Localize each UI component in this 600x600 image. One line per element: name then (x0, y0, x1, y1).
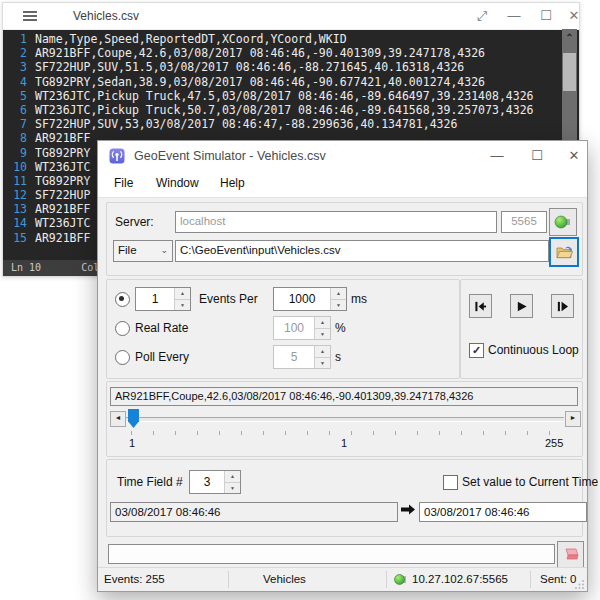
line-text: SF722HUP,SUV,53,03/08/2017 08:46:47,-88.… (35, 117, 457, 131)
real-rate-radio[interactable] (115, 321, 130, 336)
slider-min-label: 1 (129, 437, 135, 449)
scrollbar-thumb[interactable] (563, 53, 576, 91)
skip-start-button[interactable] (469, 294, 492, 318)
line-number: 12 (3, 188, 35, 202)
spinner-down-icon: ▼ (315, 329, 330, 340)
interval-spinner[interactable]: 1000 ▲▼ (273, 287, 347, 311)
server-port-input[interactable]: 5565 (501, 211, 547, 233)
editor-line: 5WT236JTC,Pickup Truck,47.5,03/08/2017 0… (3, 89, 579, 103)
simulator-statusbar: Events: 255 Vehicles 10.27.102.67:5565 S… (98, 567, 587, 591)
file-path-input[interactable]: C:\GeoEvent\input\Vehicles.csv (175, 240, 549, 262)
connect-button[interactable] (549, 208, 577, 236)
close-icon[interactable]: ✕ (561, 7, 587, 25)
desktop: Vehicles.csv ⤢ — ☐ ✕ 1Name,Type,Speed,Re… (0, 0, 600, 600)
spinner-down-icon[interactable]: ▼ (175, 300, 190, 311)
set-current-time-label: Set value to Current Time (462, 475, 598, 489)
spinner-up-icon[interactable]: ▲ (175, 288, 190, 300)
editor-line: 6WT236JTC,Pickup Truck,50.7,03/08/2017 0… (3, 103, 579, 117)
time-field-spinner[interactable]: 3 ▲▼ (189, 470, 241, 494)
progress-bar (108, 544, 555, 564)
line-number: 9 (3, 146, 35, 160)
line-text: TG892PRY (35, 146, 90, 160)
slider-ticks (131, 431, 563, 435)
server-host-input[interactable]: localhost (175, 211, 497, 233)
play-button[interactable] (510, 294, 533, 318)
editor-line: 4TG892PRY,Sedan,38.9,03/08/2017 08:46:46… (3, 75, 579, 89)
time-to-input[interactable]: 03/08/2017 08:46:46 (419, 502, 587, 522)
line-text: TG892PRY,Sedan,38.9,03/08/2017 08:46:46,… (35, 75, 485, 89)
playback-group: ✓ Continuous Loop (460, 279, 583, 379)
line-text: SF722HUP,SUV,51.5,03/08/2017 08:46:46,-8… (35, 60, 464, 74)
line-text: SF722HUP (35, 188, 90, 202)
menu-help[interactable]: Help (220, 176, 245, 190)
real-rate-spinner: 100 ▲▼ (273, 316, 331, 340)
menu-file[interactable]: File (114, 176, 133, 190)
editor-titlebar[interactable]: Vehicles.csv ⤢ — ☐ ✕ (3, 3, 579, 30)
line-number: 11 (3, 174, 35, 188)
expand-icon[interactable]: ⤢ (469, 7, 495, 25)
simulator-title: GeoEvent Simulator - Vehicles.csv (134, 149, 326, 163)
slider-right-arrow-icon[interactable]: ► (565, 411, 581, 427)
slider-thumb[interactable] (128, 409, 139, 428)
time-from-input[interactable]: 03/08/2017 08:46:46 (110, 502, 398, 522)
menu-window[interactable]: Window (156, 176, 199, 190)
line-number: 8 (3, 131, 35, 145)
spinner-down-icon: ▼ (315, 358, 330, 369)
spinner-up-icon: ▲ (315, 346, 330, 358)
slider-left-arrow-icon[interactable]: ◄ (110, 411, 126, 427)
spinner-down-icon[interactable]: ▼ (331, 300, 346, 311)
line-number: 7 (3, 117, 35, 131)
editor-line: 1Name,Type,Speed,ReportedDT,XCoord,YCoor… (3, 32, 579, 46)
spinner-up-icon: ▲ (315, 317, 330, 329)
line-text: AR921BFF (35, 231, 90, 245)
eraser-icon (562, 548, 579, 561)
maximize-icon[interactable]: ☐ (523, 147, 551, 165)
spinner-up-icon[interactable]: ▲ (225, 471, 240, 483)
scrollbar-up-icon[interactable]: ⌃ (562, 31, 577, 45)
spinner-up-icon[interactable]: ▲ (331, 288, 346, 300)
time-group: Time Field # 3 ▲▼ Set value to Current T… (106, 459, 583, 537)
server-address: 10.27.102.67:5565 (412, 573, 508, 585)
resize-grip-icon[interactable] (575, 579, 585, 589)
spinner-down-icon[interactable]: ▼ (225, 483, 240, 494)
connect-icon (554, 214, 572, 230)
server-group: Server: localhost 5565 File ⌄ C:\GeoEven… (106, 202, 583, 276)
connection-status-icon (394, 573, 408, 586)
minimize-icon[interactable]: — (501, 7, 527, 25)
simulator-titlebar[interactable]: GeoEvent Simulator - Vehicles.csv — ☐ ✕ (98, 141, 587, 171)
minimize-icon[interactable]: — (483, 147, 511, 165)
line-number: 1 (3, 32, 35, 46)
line-text: TG892PRY (35, 174, 90, 188)
server-label: Server: (115, 215, 154, 229)
line-number: 5 (3, 89, 35, 103)
poll-every-radio[interactable] (115, 350, 130, 365)
poll-every-spinner: 5 ▲▼ (273, 345, 331, 369)
source-type-select[interactable]: File ⌄ (113, 240, 173, 262)
line-text: WT236JTC,Pickup Truck,47.5,03/08/2017 08… (35, 89, 534, 103)
skip-start-icon (474, 300, 487, 313)
events-per-label: Events Per (199, 292, 258, 306)
continuous-loop-checkbox[interactable]: ✓ (469, 343, 484, 358)
maximize-icon[interactable]: ☐ (533, 7, 559, 25)
events-count-spinner[interactable]: 1 ▲▼ (135, 287, 191, 311)
clear-button[interactable] (557, 541, 584, 568)
simulator-window: GeoEvent Simulator - Vehicles.csv — ☐ ✕ … (97, 140, 588, 592)
step-button[interactable] (551, 294, 574, 318)
close-icon[interactable]: ✕ (560, 147, 588, 165)
line-number: 14 (3, 216, 35, 230)
browse-button[interactable] (549, 237, 579, 267)
rate-group: 1 ▲▼ Events Per 1000 ▲▼ ms Real Rate 100… (106, 279, 460, 379)
slider-track[interactable] (126, 417, 564, 422)
poll-every-label: Poll Every (135, 350, 189, 364)
events-per-radio[interactable] (115, 292, 130, 307)
line-number: 3 (3, 60, 35, 74)
geoevent-logo-icon (109, 148, 125, 164)
line-text: AR921BFF (35, 131, 90, 145)
interval-unit-label: ms (351, 292, 367, 306)
step-forward-icon (556, 300, 569, 313)
time-field-label: Time Field # (117, 475, 183, 489)
feed-name: Vehicles (263, 573, 306, 585)
set-current-time-checkbox[interactable] (443, 475, 458, 490)
hamburger-menu-icon[interactable] (23, 9, 37, 21)
line-number: 2 (3, 46, 35, 60)
